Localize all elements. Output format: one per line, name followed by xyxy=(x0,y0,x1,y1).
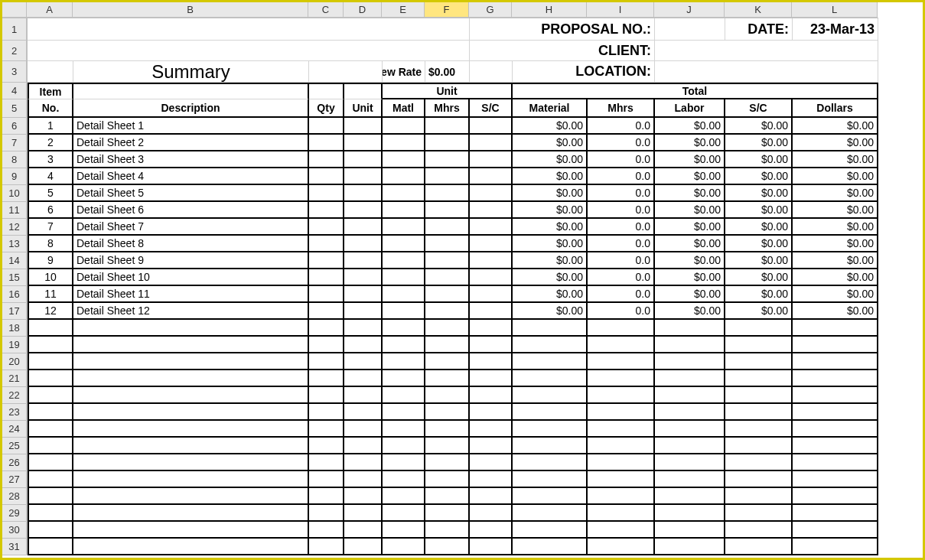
row-header-17[interactable]: 17 xyxy=(2,303,27,320)
cell-material[interactable]: $0.00 xyxy=(513,185,588,202)
cell-description[interactable]: Detail Sheet 4 xyxy=(73,168,309,185)
cell-sc[interactable] xyxy=(470,286,513,303)
row-header-27[interactable]: 27 xyxy=(2,471,27,488)
cell-mhrs[interactable] xyxy=(425,185,470,202)
cell-unit[interactable] xyxy=(344,454,383,471)
cell-material[interactable] xyxy=(513,387,588,404)
cell-matl[interactable] xyxy=(383,454,425,471)
cell-matl[interactable] xyxy=(383,135,425,151)
cell-no[interactable]: 3 xyxy=(28,151,73,168)
cell-matl[interactable] xyxy=(383,438,425,454)
cell-unit[interactable] xyxy=(344,421,383,438)
cell-no[interactable]: 2 xyxy=(28,135,73,151)
cell-qty[interactable] xyxy=(309,471,344,488)
cell-material[interactable] xyxy=(513,337,588,353)
col-header-F[interactable]: F xyxy=(425,2,469,18)
cell-mhrs-total[interactable] xyxy=(588,387,655,404)
cell-labor[interactable]: $0.00 xyxy=(655,185,725,202)
cell-sc-total[interactable] xyxy=(725,454,793,471)
cell-mhrs-total[interactable] xyxy=(588,471,655,488)
cell-qty[interactable] xyxy=(309,337,344,353)
cell-sc-total[interactable]: $0.00 xyxy=(725,185,793,202)
table-row[interactable] xyxy=(28,522,878,539)
row-header-23[interactable]: 23 xyxy=(2,404,27,421)
table-row[interactable] xyxy=(28,421,878,438)
cell-sc-total[interactable] xyxy=(725,353,793,370)
cell-sc[interactable] xyxy=(470,185,513,202)
cell-mhrs-total[interactable] xyxy=(588,370,655,387)
cell-unit[interactable] xyxy=(344,522,383,539)
cell-sc[interactable] xyxy=(470,236,513,252)
cell-qty[interactable] xyxy=(309,185,344,202)
cell-qty[interactable] xyxy=(309,488,344,505)
cell-qty[interactable] xyxy=(309,438,344,454)
cell-mhrs-total[interactable]: 0.0 xyxy=(588,219,655,236)
cell-mhrs[interactable] xyxy=(425,118,470,135)
cell-description[interactable]: Detail Sheet 2 xyxy=(73,135,309,151)
cell-mhrs[interactable] xyxy=(425,252,470,269)
row-header-6[interactable]: 6 xyxy=(2,118,27,135)
cell-labor[interactable]: $0.00 xyxy=(655,269,725,286)
table-row[interactable]: 4Detail Sheet 4$0.000.0$0.00$0.00$0.00 xyxy=(28,168,878,185)
cell-no[interactable]: 5 xyxy=(28,185,73,202)
row-header-22[interactable]: 22 xyxy=(2,387,27,404)
cell-mhrs-total[interactable]: 0.0 xyxy=(588,118,655,135)
cell-sc[interactable] xyxy=(470,421,513,438)
table-row[interactable]: 8Detail Sheet 8$0.000.0$0.00$0.00$0.00 xyxy=(28,236,878,252)
cell-dollars[interactable]: $0.00 xyxy=(793,185,878,202)
cell-material[interactable]: $0.00 xyxy=(513,202,588,219)
cell-unit[interactable] xyxy=(344,219,383,236)
cell-unit[interactable] xyxy=(344,202,383,219)
cell-matl[interactable] xyxy=(383,286,425,303)
col-header-A[interactable]: A xyxy=(27,2,73,18)
cell-description[interactable]: Detail Sheet 8 xyxy=(73,236,309,252)
cell-labor[interactable] xyxy=(655,337,725,353)
cell-sc[interactable] xyxy=(470,438,513,454)
cell-sc-total[interactable] xyxy=(725,488,793,505)
cell-mhrs[interactable] xyxy=(425,438,470,454)
row-header-12[interactable]: 12 xyxy=(2,219,27,236)
cell-no[interactable]: 8 xyxy=(28,236,73,252)
cell-no[interactable]: 11 xyxy=(28,286,73,303)
cell-dollars[interactable]: $0.00 xyxy=(793,303,878,320)
cell-mhrs[interactable] xyxy=(425,236,470,252)
cell-material[interactable] xyxy=(513,454,588,471)
cell-matl[interactable] xyxy=(383,522,425,539)
table-row[interactable] xyxy=(28,505,878,522)
cell-dollars[interactable] xyxy=(793,522,878,539)
cell-qty[interactable] xyxy=(309,168,344,185)
cell-sc-total[interactable] xyxy=(725,539,793,555)
cell-mhrs[interactable] xyxy=(425,168,470,185)
cell-labor[interactable] xyxy=(655,404,725,421)
cell-material[interactable]: $0.00 xyxy=(513,303,588,320)
cell-material[interactable] xyxy=(513,505,588,522)
cell-sc-total[interactable]: $0.00 xyxy=(725,252,793,269)
cell-no[interactable]: 6 xyxy=(28,202,73,219)
cell-mhrs-total[interactable] xyxy=(588,438,655,454)
cell-qty[interactable] xyxy=(309,353,344,370)
cell-no[interactable] xyxy=(28,337,73,353)
cell-qty[interactable] xyxy=(309,151,344,168)
cell-sc-total[interactable]: $0.00 xyxy=(725,219,793,236)
row-header-29[interactable]: 29 xyxy=(2,505,27,522)
cell-material[interactable]: $0.00 xyxy=(513,135,588,151)
cell-matl[interactable] xyxy=(383,539,425,555)
cell-matl[interactable] xyxy=(383,202,425,219)
cell-matl[interactable] xyxy=(383,404,425,421)
cell-mhrs[interactable] xyxy=(425,404,470,421)
cell-sc[interactable] xyxy=(470,219,513,236)
cell-dollars[interactable] xyxy=(793,421,878,438)
cell-no[interactable] xyxy=(28,387,73,404)
cell-mhrs[interactable] xyxy=(425,353,470,370)
table-row[interactable]: 2Detail Sheet 2$0.000.0$0.00$0.00$0.00 xyxy=(28,135,878,151)
cell-no[interactable]: 10 xyxy=(28,269,73,286)
cell-qty[interactable] xyxy=(309,404,344,421)
cell-no[interactable] xyxy=(28,353,73,370)
col-header-E[interactable]: E xyxy=(382,2,425,18)
cell-material[interactable]: $0.00 xyxy=(513,269,588,286)
cell-labor[interactable] xyxy=(655,421,725,438)
cell-matl[interactable] xyxy=(383,337,425,353)
cell-unit[interactable] xyxy=(344,135,383,151)
cell-unit[interactable] xyxy=(344,185,383,202)
select-all-corner[interactable] xyxy=(2,2,27,18)
